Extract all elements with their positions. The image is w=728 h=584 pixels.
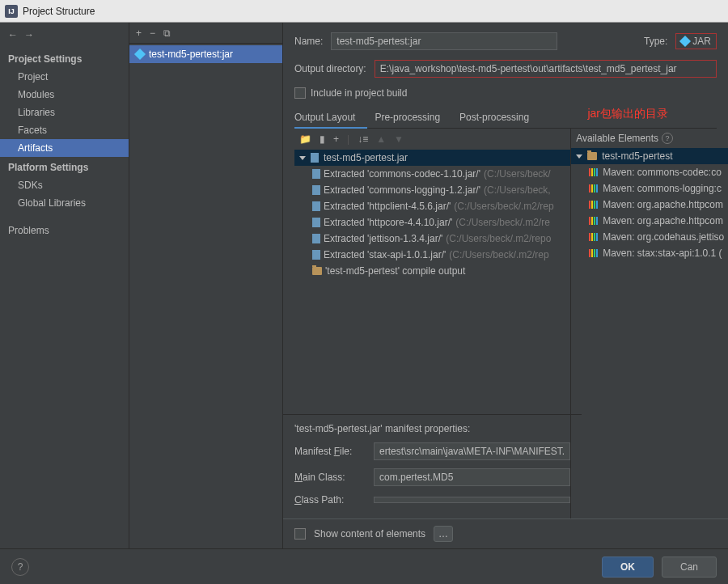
- library-icon: [589, 233, 598, 241]
- include-build-checkbox[interactable]: [294, 87, 306, 99]
- intellij-app-icon: IJ: [5, 5, 18, 18]
- archive-icon: [312, 234, 320, 243]
- artifact-list-item[interactable]: test-md5-pertest:jar: [129, 45, 282, 63]
- sidebar-item-project[interactable]: Project: [0, 68, 129, 86]
- add-artifact-icon[interactable]: +: [136, 28, 142, 39]
- manifest-heading: 'test-md5-pertest.jar' manifest properti…: [294, 423, 570, 434]
- sidebar-item-facets[interactable]: Facets: [0, 121, 129, 139]
- output-dir-label: Output directory:: [294, 63, 366, 74]
- output-tree-item[interactable]: Extracted 'jettison-1.3.4.jar/' (C:/User…: [294, 231, 570, 247]
- sidebar-item-artifacts[interactable]: Artifacts: [0, 139, 129, 157]
- archive-icon: [312, 218, 320, 227]
- tab-output-layout[interactable]: Output Layout: [294, 107, 355, 128]
- archive-icon: [312, 185, 320, 195]
- move-down-icon[interactable]: ▼: [394, 133, 404, 145]
- copy-artifact-icon[interactable]: ⧉: [163, 28, 171, 39]
- sidebar-heading-project: Project Settings: [0, 49, 129, 68]
- expand-icon: [576, 154, 582, 159]
- class-path-label: Class Path:: [294, 494, 367, 506]
- available-elements-label: Available Elements: [576, 133, 658, 144]
- sidebar-item-global-libraries[interactable]: Global Libraries: [0, 194, 129, 212]
- settings-sidebar: ← → Project Settings Project Modules Lib…: [0, 23, 129, 548]
- ok-button[interactable]: OK: [602, 556, 654, 578]
- output-tree-root[interactable]: test-md5-pertest.jar: [294, 150, 570, 166]
- type-value: JAR: [692, 36, 711, 47]
- window-titlebar: IJ Project Structure: [0, 0, 728, 23]
- nav-forward-icon[interactable]: →: [24, 29, 34, 40]
- help-hint-icon[interactable]: ?: [662, 133, 673, 144]
- include-build-label: Include in project build: [311, 87, 407, 99]
- output-tree-item[interactable]: Extracted 'httpclient-4.5.6.jar/' (C:/Us…: [294, 198, 570, 214]
- move-up-icon[interactable]: ▲: [376, 133, 386, 145]
- jar-type-icon: [679, 36, 691, 47]
- add-copy-icon[interactable]: +: [333, 133, 339, 145]
- output-tree-item[interactable]: Extracted 'stax-api-1.0.1.jar/' (C:/User…: [294, 247, 570, 263]
- artifact-type-selector[interactable]: JAR: [675, 33, 717, 49]
- available-item[interactable]: Maven: commons-logging:c: [571, 180, 728, 197]
- output-tree-item[interactable]: Extracted 'httpcore-4.4.10.jar/' (C:/Use…: [294, 214, 570, 231]
- class-path-field[interactable]: [374, 497, 570, 503]
- library-icon: [589, 249, 598, 257]
- manifest-file-label: Manifest File:: [294, 446, 367, 457]
- new-folder-icon[interactable]: 📁: [299, 133, 311, 145]
- artifact-name-input[interactable]: [331, 32, 557, 50]
- available-root[interactable]: test-md5-pertest: [571, 148, 728, 164]
- artifact-detail-panel: Name: Type: JAR Output directory: E:\jav…: [283, 23, 728, 548]
- manifest-panel: 'test-md5-pertest.jar' manifest properti…: [283, 414, 582, 518]
- jar-file-icon: [311, 153, 319, 163]
- type-label: Type:: [644, 36, 667, 47]
- main-class-label: Main Class:: [294, 472, 367, 483]
- archive-icon: [312, 169, 320, 179]
- nav-back-icon[interactable]: ←: [8, 29, 18, 40]
- available-item[interactable]: Maven: org.apache.httpcom: [571, 197, 728, 213]
- new-file-icon[interactable]: ▮: [320, 133, 325, 145]
- sidebar-item-modules[interactable]: Modules: [0, 86, 129, 104]
- available-item[interactable]: Maven: commons-codec:co: [571, 164, 728, 180]
- sidebar-item-sdks[interactable]: SDKs: [0, 176, 129, 194]
- sidebar-item-problems[interactable]: Problems: [0, 222, 129, 239]
- annotation-text: jar包输出的目录: [587, 107, 668, 121]
- library-icon: [589, 184, 598, 193]
- expand-icon: [299, 156, 306, 160]
- artifact-list-panel: + − ⧉ test-md5-pertest:jar: [129, 23, 283, 548]
- tab-pre-processing[interactable]: Pre-processing: [375, 107, 440, 128]
- output-tree-item[interactable]: Extracted 'commons-codec-1.10.jar/' (C:/…: [294, 166, 570, 182]
- output-layout-panel: 📁 ▮ + | ↓≡ ▲ ▼ test-md5-pertest.jar Extr…: [294, 129, 571, 518]
- main-class-field[interactable]: com.pertest.MD5: [374, 468, 570, 486]
- available-item[interactable]: Maven: org.codehaus.jettiso: [571, 229, 728, 245]
- sidebar-item-libraries[interactable]: Libraries: [0, 104, 129, 121]
- show-content-more-button[interactable]: …: [434, 526, 453, 542]
- output-tree-item[interactable]: Extracted 'commons-logging-1.2.jar/' (C:…: [294, 182, 570, 198]
- help-button[interactable]: ?: [11, 558, 29, 576]
- archive-icon: [312, 201, 320, 211]
- artifact-list-label: test-md5-pertest:jar: [149, 49, 233, 60]
- archive-icon: [312, 250, 320, 260]
- show-content-checkbox[interactable]: [294, 528, 306, 540]
- artifact-tabs: Output Layout Pre-processing Post-proces…: [294, 107, 717, 129]
- available-elements-panel: Available Elements ? test-md5-pertest Ma…: [571, 129, 728, 518]
- remove-artifact-icon[interactable]: −: [150, 28, 155, 39]
- dialog-footer: ? OK Can: [0, 548, 728, 584]
- show-content-label: Show content of elements: [314, 528, 425, 540]
- sidebar-heading-platform: Platform Settings: [0, 157, 129, 176]
- name-label: Name:: [294, 36, 323, 47]
- library-icon: [589, 201, 598, 209]
- module-folder-icon: [587, 152, 597, 160]
- artifact-jar-icon: [134, 49, 146, 60]
- cancel-button[interactable]: Can: [662, 556, 717, 578]
- available-item[interactable]: Maven: org.apache.httpcom: [571, 213, 728, 229]
- window-title: Project Structure: [23, 6, 95, 17]
- output-dir-field[interactable]: E:\java_workshop\test-md5-pertest\out\ar…: [375, 60, 717, 78]
- sort-icon[interactable]: ↓≡: [358, 133, 368, 145]
- compile-output-icon: [312, 267, 322, 275]
- available-item[interactable]: Maven: stax:stax-api:1.0.1 (: [571, 245, 728, 261]
- output-tree-item[interactable]: 'test-md5-pertest' compile output: [294, 263, 570, 279]
- tab-post-processing[interactable]: Post-processing: [459, 107, 529, 128]
- library-icon: [589, 168, 598, 176]
- library-icon: [589, 217, 598, 225]
- manifest-file-field[interactable]: ertest\src\main\java\META-INF\MANIFEST.: [374, 442, 570, 460]
